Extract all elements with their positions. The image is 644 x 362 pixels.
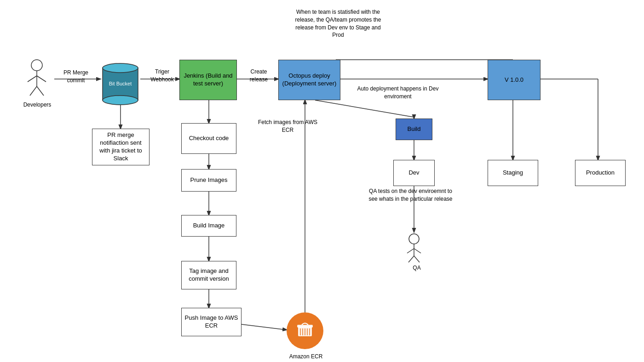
qa-tests-label: QA tests on the dev enviroemnt to see wh… — [366, 187, 455, 203]
svg-line-25 — [37, 76, 46, 82]
pr-notification-box: PR merge notifiaction sent with jira tic… — [92, 129, 150, 165]
svg-line-26 — [30, 86, 37, 96]
svg-point-39 — [409, 234, 419, 244]
qa-label: QA — [408, 264, 426, 272]
svg-line-43 — [408, 256, 414, 262]
qa-figure — [400, 232, 428, 264]
bitbucket-cylinder: Bit Bucket — [100, 60, 140, 106]
push-image-box: Push Image to AWS ECR — [181, 308, 242, 336]
svg-line-41 — [407, 249, 414, 253]
checkout-code-box: Checkout code — [181, 123, 236, 154]
pr-merge-label: PR Merge commit — [55, 69, 97, 85]
v100-box: V 1.0.0 — [488, 60, 540, 100]
staging-box: Staging — [488, 160, 538, 186]
developers-label: Developers — [21, 101, 53, 109]
production-box: Production — [575, 160, 626, 186]
svg-line-10 — [242, 324, 287, 330]
tag-image-box: Tag image and commit version — [181, 261, 236, 289]
diagram-container: Developers PR Merge commit Bit Bucket Tr… — [0, 0, 644, 362]
svg-line-27 — [37, 86, 44, 96]
svg-point-30 — [103, 96, 138, 105]
create-release-label: Create release — [242, 68, 276, 84]
developer-figure — [18, 55, 55, 101]
amazon-ecr-circle — [287, 312, 323, 349]
fetch-images-label: Fetch images from AWS ECR — [257, 119, 319, 134]
svg-rect-33 — [297, 325, 313, 328]
octopus-box: Octopus deploy (Deployment server) — [278, 60, 340, 100]
svg-line-42 — [414, 249, 421, 253]
build-box: Build — [396, 119, 432, 140]
svg-line-24 — [28, 76, 37, 82]
auto-deploy-label: Auto deployment happens in Dev enviromen… — [350, 85, 446, 101]
dev-box: Dev — [393, 160, 435, 186]
build-image-box: Build Image — [181, 215, 236, 237]
jenkins-box: Jenkins (Build and test server) — [179, 60, 237, 100]
amazon-ecr-label: Amazon ECR — [285, 353, 327, 361]
svg-point-29 — [103, 63, 138, 73]
svg-text:Bit Bucket: Bit Bucket — [109, 81, 132, 86]
svg-point-22 — [31, 60, 42, 71]
team-satisfied-label: When te team is statisfied with the rele… — [290, 8, 386, 39]
triger-webhook-label: Triger Webhook — [145, 68, 179, 84]
arrows-svg — [0, 0, 644, 362]
prune-images-box: Prune Images — [181, 169, 236, 192]
ecr-icon — [293, 319, 316, 342]
svg-line-44 — [414, 256, 420, 262]
svg-line-12 — [315, 100, 414, 117]
